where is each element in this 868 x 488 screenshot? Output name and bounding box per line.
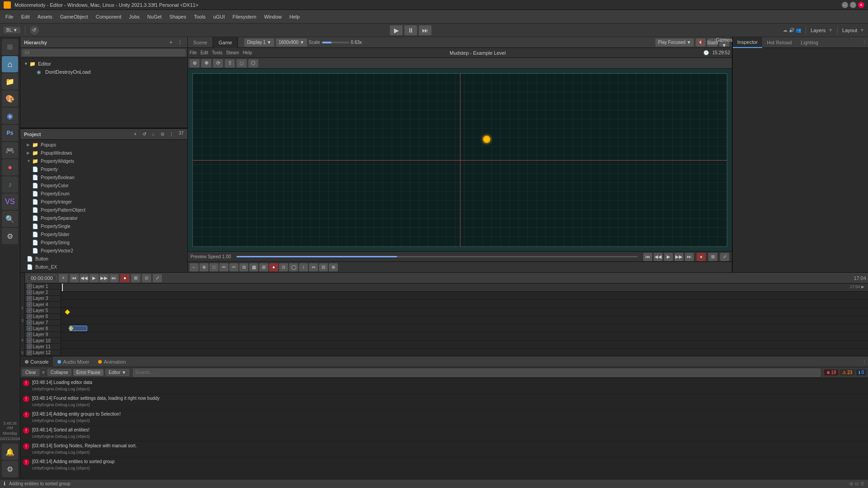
anim-tool15[interactable]: ⊕ <box>329 263 338 271</box>
game-menu-edit[interactable]: Edit <box>200 50 208 55</box>
console-menu-btn[interactable]: ⋮ <box>861 358 868 365</box>
ptree-propertyseparator[interactable]: 📄 PropertySeparator <box>20 214 187 222</box>
sidebar-unity-icon[interactable] <box>2 39 18 55</box>
tab-hot-reload[interactable]: Hot Reload <box>762 37 796 48</box>
tl-layer-10[interactable]: ✓ Layer 10 <box>25 338 61 344</box>
tl-layer-3[interactable]: ✓ Layer 3 <box>25 296 61 302</box>
sidebar-folder-icon[interactable]: 📁 <box>2 73 18 90</box>
ptree-propertyboolean[interactable]: 📄 PropertyBoolean <box>20 173 187 181</box>
tl-layer-6[interactable]: ✓ Layer 6 <box>25 314 61 320</box>
ptree-propertypattern[interactable]: 📄 PropertyPatternObject <box>20 206 187 214</box>
tl-layer-2[interactable]: ✓ Layer 2 <box>25 289 61 295</box>
menu-edit[interactable]: Edit <box>18 13 33 20</box>
anim-tool14[interactable]: ⊟ <box>319 263 328 271</box>
log-entry-3[interactable]: ! [03:48:14] Adding entity groups to Sel… <box>20 410 868 426</box>
tl-layer-7-check[interactable]: ✓ <box>27 320 32 325</box>
anim-tool7[interactable]: ▦ <box>249 263 258 271</box>
scene-tool5[interactable]: □ <box>237 59 247 67</box>
tl-layer-3-check[interactable]: ✓ <box>27 296 32 301</box>
menu-component[interactable]: Component <box>92 13 125 20</box>
scene-tool1[interactable]: ⊕ <box>190 59 199 67</box>
info-badge[interactable]: ℹ 0 <box>856 370 866 375</box>
log-entry-6[interactable]: ! [03:48:14] Adding entities to sorted g… <box>20 457 868 473</box>
tab-game[interactable]: Game <box>213 37 238 48</box>
tl-layer-5[interactable]: ✓ Layer 5 <box>25 308 61 313</box>
tab-console[interactable]: Console <box>20 356 53 367</box>
error-pause-button[interactable]: Error Pause <box>73 369 104 376</box>
tl-layer-9[interactable]: ✓ Layer 9 <box>25 332 61 338</box>
anim-tool2[interactable]: ⊕ <box>199 263 209 271</box>
sidebar-paint-icon[interactable]: 🎨 <box>2 90 18 107</box>
log-entry-1[interactable]: ! [03:48:14] Loading editor data UnityEn… <box>20 378 868 394</box>
menu-window[interactable]: Window <box>261 13 285 20</box>
tl-layer-5-check[interactable]: ✓ <box>27 308 32 313</box>
tl-layer-12-check[interactable]: ✓ <box>27 350 32 355</box>
minimize-button[interactable]: ─ <box>842 2 848 8</box>
tl-layer-9-check[interactable]: ✓ <box>27 332 32 337</box>
tl-rec[interactable]: ● <box>120 274 129 282</box>
menu-nuget[interactable]: NuGet <box>144 13 166 20</box>
ptree-propertyslider[interactable]: 📄 PropertySlider <box>20 230 187 238</box>
sidebar-game-icon[interactable]: 🎮 <box>2 142 18 158</box>
close-button[interactable]: ✕ <box>858 2 864 8</box>
ptree-propertysingle[interactable]: 📄 PropertySingle <box>20 222 187 230</box>
tree-item-editor[interactable]: ▼ 📁 Editor <box>20 60 187 68</box>
playhead[interactable] <box>62 284 63 291</box>
play-focused-btn[interactable]: Play Focused ▼ <box>655 38 694 47</box>
refresh-button[interactable]: ↺ <box>30 26 39 35</box>
tl-layer-6-check[interactable]: ✓ <box>27 314 32 319</box>
sidebar-home-icon[interactable]: ⌂ <box>2 56 18 72</box>
ptree-propertyvector2[interactable]: 📄 PropertyVector2 <box>20 246 187 255</box>
tl-snap[interactable]: ⊞ <box>131 274 140 282</box>
menu-file[interactable]: File <box>2 13 17 20</box>
menu-jobs[interactable]: Jobs <box>125 13 143 20</box>
sidebar-circle-icon[interactable]: ◉ <box>2 108 18 124</box>
sidebar-notifications-icon[interactable]: 🔔 <box>2 444 18 460</box>
anim-tool1[interactable]: ← <box>190 263 199 271</box>
tl-ctrl1[interactable]: ⏮ <box>70 274 79 282</box>
menu-help[interactable]: Help <box>286 13 304 20</box>
hierarchy-add-button[interactable]: + <box>167 39 175 46</box>
sidebar-purple-icon[interactable]: VS <box>2 194 18 210</box>
project-reveal-button[interactable]: ⌂ <box>150 131 157 138</box>
tl-ctrl5[interactable]: ⏭ <box>109 274 119 282</box>
game-menu-steam[interactable]: Steam <box>226 50 239 55</box>
menu-assets[interactable]: Assets <box>34 13 56 20</box>
preview-speed-slider[interactable] <box>237 256 638 257</box>
layout-dropdown-arrow[interactable]: ▼ <box>860 28 864 33</box>
tl-expand[interactable]: ⤢ <box>153 274 162 282</box>
scene-tool3[interactable]: ⟳ <box>213 59 223 67</box>
tl-layer-8-check[interactable]: ✓ <box>27 326 32 331</box>
sidebar-red-icon[interactable]: ● <box>2 159 18 175</box>
tl-layer-10-check[interactable]: ✓ <box>27 338 32 343</box>
tab-scene[interactable]: Scene <box>188 37 213 48</box>
anim-next[interactable]: ▶▶ <box>674 253 683 261</box>
ptree-button[interactable]: 📄 Button <box>20 255 187 263</box>
anim-tool5[interactable]: ✂ <box>229 263 238 271</box>
sidebar-green-icon[interactable]: ♪ <box>2 176 18 193</box>
anim-tool6[interactable]: ⧉ <box>239 263 248 271</box>
sidebar-search-icon[interactable]: 🔍 <box>2 211 18 227</box>
step-button[interactable]: ⏭ <box>419 25 432 35</box>
tl-ctrl4[interactable]: ▶▶ <box>100 274 109 282</box>
hierarchy-menu-button[interactable]: ⋮ <box>176 39 184 46</box>
tl-layer-7[interactable]: ✓ Layer 7 <box>25 320 61 326</box>
editor-dropdown-button[interactable]: Editor ▼ <box>105 369 129 376</box>
inspector-menu-btn[interactable]: ⋮ <box>861 39 868 46</box>
menu-shapes[interactable]: Shapes <box>166 13 190 20</box>
warn-badge[interactable]: ⚠ 23 <box>840 370 854 375</box>
menu-filesystem[interactable]: Filesystem <box>229 13 260 20</box>
anim-tool8[interactable]: ⊞ <box>259 263 268 271</box>
console-search-input[interactable] <box>133 369 821 377</box>
tab-inspector[interactable]: Inspector <box>733 37 762 48</box>
tab-audio-mixer[interactable]: Audio Mixer <box>53 356 94 367</box>
ptree-buttonex[interactable]: 📄 Button_EX <box>20 263 187 271</box>
tl-layer-8[interactable]: ✓ Layer 8 <box>25 326 61 332</box>
tl-add-btn[interactable]: + <box>59 274 68 282</box>
ptree-propertyinteger[interactable]: 📄 PropertyInteger <box>20 198 187 206</box>
sidebar-ps-icon[interactable]: Ps <box>2 125 18 141</box>
tl-layer-4-check[interactable]: ✓ <box>27 302 32 307</box>
layers-dropdown-arrow[interactable]: ▼ <box>828 28 833 33</box>
tl-layer-2-check[interactable]: ✓ <box>27 289 32 295</box>
tl-ctrl3[interactable]: ▶ <box>90 274 99 282</box>
